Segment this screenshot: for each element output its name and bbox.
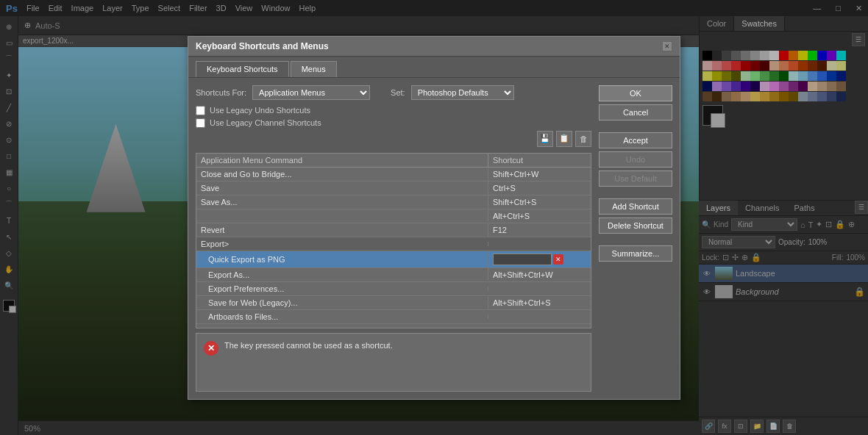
cmd-cell: Export Preferences...	[196, 282, 488, 295]
legacy-undo-label: Use Legacy Undo Shortcuts	[210, 106, 310, 115]
table-header: Application Menu Command Shortcut	[196, 153, 591, 167]
dialog-main-content: Shortcuts For: Application Menus Set: Ph…	[188, 78, 680, 399]
cmd-cell: Save As...	[196, 195, 488, 209]
summarize-button[interactable]: Summarize...	[599, 245, 672, 262]
col-header-shortcut: Shortcut	[488, 154, 591, 167]
cmd-cell: Export>	[196, 237, 488, 251]
shortcuts-for-label: Shortcuts For:	[196, 88, 246, 97]
legacy-undo-checkbox[interactable]	[196, 106, 205, 115]
dialog-title: Keyboard Shortcuts and Menus	[196, 41, 329, 51]
cmd-cell: Revert	[196, 223, 488, 237]
create-new-set-icon-btn[interactable]: 📋	[556, 131, 572, 147]
toolbar-icons-row: 💾 📋 🗑	[196, 131, 591, 147]
cmd-cell: Export As...	[196, 268, 488, 281]
shortcut-cell: Alt+Shift+Ctrl+W	[488, 268, 591, 281]
dialog-titlebar: Keyboard Shortcuts and Menus ✕	[188, 37, 680, 57]
dialog-left-panel: Shortcuts For: Application Menus Set: Ph…	[196, 85, 591, 392]
table-row[interactable]: Export As... Alt+Shift+Ctrl+W	[196, 268, 591, 282]
clear-shortcut-btn[interactable]: ✕	[553, 254, 563, 265]
error-icon: ✕	[204, 341, 218, 356]
save-set-icon-btn[interactable]: 💾	[537, 131, 553, 147]
add-shortcut-button[interactable]: Add Shortcut	[599, 198, 672, 215]
legacy-channel-row: Use Legacy Channel Shortcuts	[196, 118, 591, 128]
shortcut-cell: Shift+Ctrl+W	[488, 168, 591, 181]
dialog-tabs: Keyboard Shortcuts Menus	[188, 57, 680, 78]
legacy-channel-label: Use Legacy Channel Shortcuts	[210, 118, 321, 127]
legacy-channel-checkbox[interactable]	[196, 118, 205, 128]
cmd-cell: Save for Web (Legacy)...	[196, 296, 488, 309]
table-row[interactable]: Artboards to Files...	[196, 310, 591, 324]
cmd-cell	[196, 214, 488, 218]
table-row[interactable]: Export Preferences...	[196, 282, 591, 296]
table-row[interactable]: Revert F12	[196, 223, 591, 237]
accept-button[interactable]: Accept	[599, 132, 672, 148]
dialog-close-button[interactable]: ✕	[662, 41, 672, 51]
delete-set-icon-btn[interactable]: 🗑	[575, 131, 591, 147]
shortcut-cell: F12	[488, 223, 591, 237]
table-row[interactable]: Save Ctrl+S	[196, 181, 591, 195]
keyboard-shortcuts-dialog: Keyboard Shortcuts and Menus ✕ Keyboard …	[188, 36, 680, 400]
shortcut-cell: Shift+Ctrl+S	[488, 195, 591, 209]
table-row-editing[interactable]: Quick Export as PNG ✕	[196, 251, 591, 268]
undo-button[interactable]: Undo	[599, 151, 672, 168]
table-row[interactable]: Alt+Ctrl+S	[196, 209, 591, 223]
shortcut-cell: Ctrl+S	[488, 181, 591, 195]
col-header-command: Application Menu Command	[196, 154, 488, 167]
set-select[interactable]: Photoshop Defaults	[411, 85, 514, 100]
shortcut-cell	[488, 242, 591, 246]
shortcut-cell	[488, 314, 591, 319]
cmd-cell: Close and Go to Bridge...	[196, 168, 488, 181]
set-label: Set:	[391, 88, 405, 97]
use-default-button[interactable]: Use Default	[599, 170, 672, 187]
table-row-category[interactable]: Export>	[196, 237, 591, 251]
shortcut-cell-editing[interactable]: ✕	[488, 251, 591, 267]
legacy-undo-row: Use Legacy Undo Shortcuts	[196, 106, 591, 115]
dialog-right-buttons: OK Cancel Accept Undo Use Default Add Sh…	[599, 85, 672, 392]
shortcut-cell: Alt+Ctrl+S	[488, 209, 591, 223]
cmd-cell: Quick Export as PNG	[196, 253, 488, 266]
shortcut-cell: Alt+Shift+Ctrl+S	[488, 296, 591, 309]
tab-menus[interactable]: Menus	[291, 61, 337, 77]
shortcuts-for-row: Shortcuts For: Application Menus Set: Ph…	[196, 85, 591, 100]
table-row[interactable]: Close and Go to Bridge... Shift+Ctrl+W	[196, 168, 591, 181]
shortcuts-for-select[interactable]: Application Menus	[252, 85, 370, 100]
table-row[interactable]: Save As... Shift+Ctrl+S	[196, 195, 591, 209]
shortcuts-table[interactable]: Close and Go to Bridge... Shift+Ctrl+W S…	[196, 167, 591, 328]
ok-button[interactable]: OK	[599, 85, 672, 101]
delete-shortcut-button[interactable]: Delete Shortcut	[599, 218, 672, 234]
cmd-cell: Artboards to Files...	[196, 310, 488, 323]
shortcut-cell	[488, 287, 591, 291]
tab-keyboard-shortcuts[interactable]: Keyboard Shortcuts	[196, 61, 289, 77]
cancel-button[interactable]: Cancel	[599, 104, 672, 121]
modal-overlay: Keyboard Shortcuts and Menus ✕ Keyboard …	[0, 0, 868, 435]
error-message: The key pressed cannot be used as a shor…	[224, 341, 393, 350]
table-row[interactable]: Save for Web (Legacy)... Alt+Shift+Ctrl+…	[196, 296, 591, 310]
shortcut-input[interactable]	[493, 254, 552, 265]
error-area: ✕ The key pressed cannot be used as a sh…	[196, 333, 591, 392]
cmd-cell: Save	[196, 181, 488, 195]
